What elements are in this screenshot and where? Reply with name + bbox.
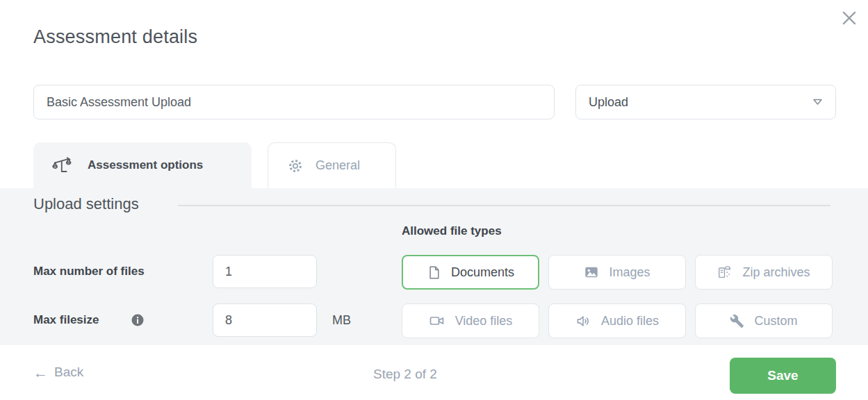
- filetype-custom-button[interactable]: Custom: [695, 303, 833, 338]
- filetype-label: Zip archives: [742, 265, 810, 280]
- close-icon: [840, 19, 858, 29]
- filetype-zip-archives-button[interactable]: Zip archives: [695, 255, 833, 290]
- assessment-type-value: Upload: [589, 95, 628, 110]
- tab-assessment-options[interactable]: Assessment options: [33, 142, 252, 188]
- section-divider: [178, 205, 830, 206]
- gear-icon: [287, 158, 304, 174]
- upload-settings-section: Upload settings Allowed file types Max n…: [0, 188, 868, 345]
- video-icon: [429, 312, 445, 329]
- chevron-down-icon: [812, 99, 823, 106]
- filesize-unit-label: MB: [332, 303, 351, 337]
- image-icon: [584, 265, 599, 280]
- max-filesize-input[interactable]: [213, 303, 317, 337]
- filetype-label: Video files: [455, 314, 513, 328]
- scale-icon: [51, 155, 72, 176]
- assessment-type-select[interactable]: Upload: [575, 85, 836, 119]
- filetype-label: Audio files: [601, 314, 659, 328]
- tab-label: General: [316, 158, 360, 173]
- step-indicator: Step 2 of 2: [373, 367, 437, 382]
- allowed-file-types-label: Allowed file types: [402, 224, 502, 238]
- max-files-input[interactable]: [213, 255, 317, 288]
- filetype-documents-button[interactable]: Documents: [402, 255, 539, 290]
- back-button[interactable]: ← Back: [33, 365, 83, 380]
- document-icon: [427, 265, 441, 280]
- max-filesize-label: Max filesize: [33, 303, 99, 337]
- filetype-images-button[interactable]: Images: [548, 255, 686, 290]
- filetype-label: Custom: [754, 314, 797, 328]
- dialog-title: Assessment details: [33, 26, 197, 48]
- info-icon[interactable]: [131, 314, 144, 326]
- close-button[interactable]: [839, 8, 860, 28]
- filetype-audio-files-button[interactable]: Audio files: [548, 303, 686, 338]
- tab-general[interactable]: General: [268, 142, 396, 188]
- audio-icon: [575, 313, 591, 329]
- arrow-left-icon: ←: [33, 365, 48, 380]
- max-files-label: Max number of files: [33, 255, 145, 288]
- save-button[interactable]: Save: [730, 358, 836, 394]
- wrench-icon: [730, 314, 744, 328]
- filetype-video-files-button[interactable]: Video files: [402, 303, 539, 338]
- section-heading: Upload settings: [33, 195, 139, 213]
- assessment-name-input[interactable]: [33, 85, 555, 119]
- back-label: Back: [54, 365, 83, 380]
- tab-label: Assessment options: [88, 158, 203, 172]
- zip-archive-icon: [717, 265, 732, 280]
- tabs: Assessment options General: [33, 142, 396, 188]
- filetype-label: Documents: [451, 265, 514, 280]
- filetype-label: Images: [609, 265, 650, 280]
